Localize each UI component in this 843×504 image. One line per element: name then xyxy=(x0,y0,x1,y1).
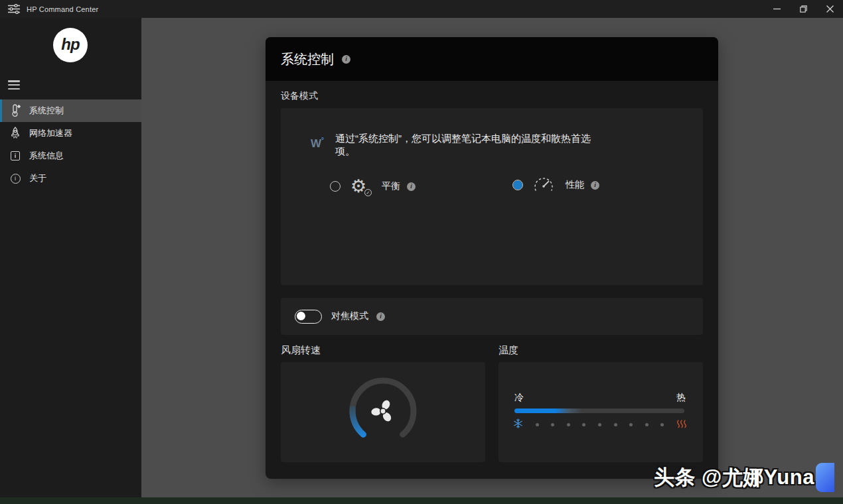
device-mode-label: 设备模式 xyxy=(281,90,318,102)
app-title: HP Command Center xyxy=(27,5,98,13)
sidebar: hp 系统控制 xyxy=(0,18,141,497)
temperature-card: 冷 热 xyxy=(498,362,703,462)
focus-mode-card: 对焦模式 i xyxy=(281,298,703,335)
scale-dot xyxy=(645,423,649,426)
balanced-info-icon[interactable]: i xyxy=(407,182,416,191)
scale-dot xyxy=(567,423,570,426)
radio-balanced[interactable] xyxy=(330,181,341,192)
balanced-label: 平衡 xyxy=(382,180,400,192)
scale-dot xyxy=(582,423,585,426)
snowflake-icon xyxy=(513,418,523,431)
scale-dot xyxy=(598,423,601,426)
sidebar-item-about[interactable]: i 关于 xyxy=(0,167,141,190)
scale-dot xyxy=(551,423,554,426)
device-mode-card: W° 通过“系统控制”，您可以调整笔记本电脑的温度和散热首选项。 ⚙✓ 平衡 i xyxy=(281,108,703,285)
info-circle-icon: i xyxy=(9,172,21,185)
panel-header: 系统控制 i xyxy=(266,37,718,81)
system-control-panel: 系统控制 i 设备模式 W° 通过“系统控制”，您可以调整笔记本电脑的温度和散热… xyxy=(266,37,718,479)
sidebar-nav: 系统控制 网络加速器 i 系统信息 xyxy=(0,99,141,190)
watermark-sticker xyxy=(816,463,834,492)
focus-mode-info-icon[interactable]: i xyxy=(376,312,385,321)
mode-option-balanced[interactable]: ⚙✓ 平衡 i xyxy=(330,176,416,196)
restore-button[interactable] xyxy=(790,0,816,18)
radio-performance[interactable] xyxy=(512,180,523,190)
speedometer-icon xyxy=(533,176,554,194)
scale-dot xyxy=(614,423,617,426)
mode-options: ⚙✓ 平衡 i 性能 i xyxy=(281,108,703,285)
rocket-icon xyxy=(9,127,21,140)
focus-mode-label: 对焦模式 xyxy=(331,310,368,322)
cold-label: 冷 xyxy=(514,392,524,404)
mode-option-performance[interactable]: 性能 i xyxy=(512,176,599,194)
heat-waves-icon xyxy=(676,418,687,431)
toggle-knob xyxy=(297,312,305,320)
thermometer-icon xyxy=(9,104,21,117)
sidebar-item-network-booster[interactable]: 网络加速器 xyxy=(0,122,141,145)
titlebar: HP Command Center xyxy=(0,0,843,18)
fan-speed-gauge xyxy=(343,371,423,451)
hp-logo: hp xyxy=(53,28,88,62)
watermark-text: 头条 @尤娜Yuna xyxy=(654,464,814,491)
performance-info-icon[interactable]: i xyxy=(591,181,599,190)
sliders-icon xyxy=(8,4,20,14)
scale-dot xyxy=(536,423,539,426)
title-info-icon[interactable]: i xyxy=(342,55,350,64)
sidebar-item-label: 系统信息 xyxy=(29,150,64,162)
window-controls xyxy=(763,0,843,18)
info-square-icon: i xyxy=(9,149,21,162)
hp-logo-text: hp xyxy=(61,35,79,54)
temperature-label: 温度 xyxy=(498,344,518,357)
scale-dot xyxy=(629,423,633,426)
gear-check-icon: ⚙✓ xyxy=(350,176,370,196)
scale-dot xyxy=(660,423,664,426)
temperature-scale xyxy=(513,418,687,430)
app-window: HP Command Center hp xyxy=(0,0,843,504)
focus-mode-toggle[interactable] xyxy=(295,310,322,324)
close-button[interactable] xyxy=(816,0,843,18)
temperature-bar xyxy=(514,409,684,413)
sidebar-item-label: 系统控制 xyxy=(29,105,64,117)
desktop-edge xyxy=(0,497,843,504)
hot-label: 热 xyxy=(676,392,686,404)
sidebar-item-system-control[interactable]: 系统控制 xyxy=(0,99,141,122)
sidebar-item-label: 关于 xyxy=(29,172,46,184)
panel-title: 系统控制 xyxy=(281,50,334,68)
performance-label: 性能 xyxy=(566,179,584,191)
fan-icon xyxy=(368,395,399,424)
hamburger-menu-button[interactable] xyxy=(8,80,20,90)
minimize-button[interactable] xyxy=(763,0,790,18)
fan-speed-card xyxy=(281,362,485,462)
sidebar-item-system-info[interactable]: i 系统信息 xyxy=(0,145,141,167)
fan-speed-label: 风扇转速 xyxy=(281,344,321,357)
watermark: 头条 @尤娜Yuna xyxy=(654,463,834,492)
sidebar-item-label: 网络加速器 xyxy=(29,127,72,139)
